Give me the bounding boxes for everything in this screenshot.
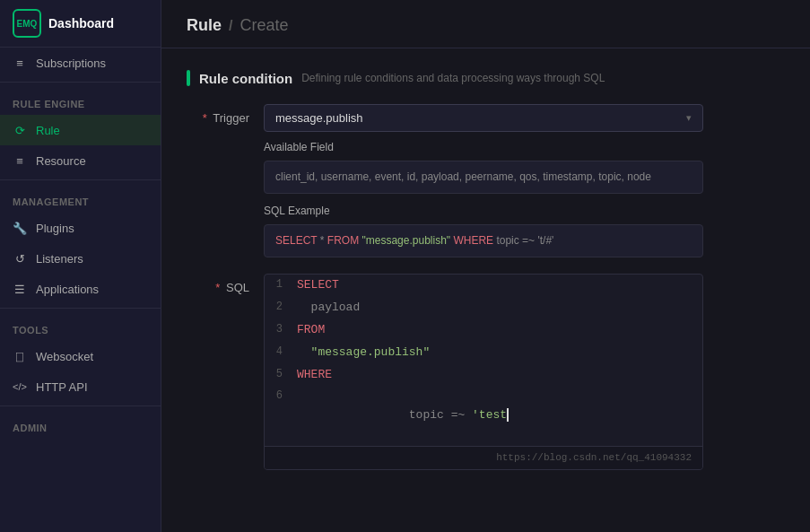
code-line-1: 1 SELECT (265, 275, 702, 297)
page-body: Rule condition Defining rule conditions … (161, 48, 810, 532)
sql-where-kw: WHERE (453, 234, 493, 247)
sql-required-star: * (215, 281, 220, 294)
resource-icon: ≡ (13, 153, 27, 168)
sidebar-section-tools: TOOLS (0, 312, 161, 341)
breadcrumb-main: Rule (187, 16, 222, 35)
sidebar-item-label: Listeners (36, 252, 83, 266)
main-content: Rule / Create Rule condition Defining ru… (161, 0, 810, 532)
breadcrumb: Rule / Create (187, 16, 785, 35)
sidebar-section-admin: ADMIN (0, 410, 161, 439)
chevron-down-icon: ▾ (686, 112, 692, 124)
websocket-icon: ⎕ (13, 349, 27, 363)
section-header: Rule condition Defining rule conditions … (187, 70, 785, 86)
sql-where-val: topic =~ 't/#' (496, 234, 553, 247)
sidebar-title: Dashboard (48, 16, 114, 31)
code-line-5: 5 WHERE (265, 364, 702, 387)
sql-star: * (320, 234, 327, 247)
sidebar-section-management: MANAGEMENT (0, 184, 161, 213)
breadcrumb-separator: / (229, 18, 232, 34)
sql-example-box: SELECT * FROM "message.publish" WHERE to… (264, 224, 703, 257)
sql-content: 1 SELECT 2 payload 3 FROM 4 "message.pub… (264, 274, 703, 470)
sidebar-item-label: Websocket (36, 350, 93, 363)
rule-icon: ⟳ (13, 123, 27, 137)
sidebar-item-label: Subscriptions (36, 57, 106, 70)
section-desc: Defining rule conditions and data proces… (301, 72, 605, 84)
trigger-row: * Trigger message.publish ▾ Available Fi… (187, 104, 785, 257)
sidebar-item-label: Applications (36, 283, 99, 296)
sidebar-logo: EMQ Dashboard (0, 0, 161, 48)
http-api-icon: </> (13, 379, 27, 394)
available-field-section: Available Field client_id, username, eve… (264, 141, 703, 194)
sql-example-label: SQL Example (264, 205, 703, 217)
status-bar-text: https://blog.csdn.net/qq_41094332 (496, 452, 692, 463)
available-field-label: Available Field (264, 141, 703, 153)
sql-from-kw: FROM (327, 234, 359, 247)
sidebar-item-label: Rule (36, 124, 60, 137)
sql-from-val: "message.publish" (362, 234, 454, 247)
section-title: Rule condition (199, 71, 292, 86)
sidebar-section-rule-engine: Rule Engine (0, 86, 161, 115)
sidebar-item-rule[interactable]: ⟳ Rule (0, 115, 161, 145)
sidebar-item-resource[interactable]: ≡ Resource (0, 145, 161, 176)
breadcrumb-sub: Create (240, 16, 288, 35)
sidebar-item-listeners[interactable]: ↺ Listeners (0, 243, 161, 274)
trigger-label: * Trigger (187, 104, 249, 125)
sql-example-section: SQL Example SELECT * FROM "message.publi… (264, 205, 703, 257)
code-line-3: 3 FROM (265, 319, 702, 342)
plugins-icon: 🔧 (13, 221, 27, 235)
code-editor[interactable]: 1 SELECT 2 payload 3 FROM 4 "message.pub… (264, 274, 703, 470)
sidebar-item-http-api[interactable]: </> HTTP API (0, 371, 161, 402)
sidebar-divider-4 (0, 406, 161, 406)
trigger-content: message.publish ▾ Available Field client… (264, 104, 703, 257)
section-bar (187, 70, 190, 86)
code-line-6: 6 topic =~ 'test (265, 386, 702, 445)
sql-row: * SQL 1 SELECT 2 payload 3 FROM (187, 274, 785, 470)
trigger-value: message.publish (275, 111, 363, 125)
available-fields-box: client_id, username, event, id, payload,… (264, 161, 703, 194)
sidebar-item-subscriptions[interactable]: ≡ Subscriptions (0, 48, 161, 78)
sidebar-item-label: Resource (36, 154, 86, 168)
sidebar: EMQ Dashboard ≡ Subscriptions Rule Engin… (0, 0, 161, 532)
required-star: * (203, 111, 207, 125)
sidebar-divider (0, 82, 161, 83)
code-line-4: 4 "message.publish" (265, 342, 702, 364)
sidebar-divider-2 (0, 179, 161, 180)
code-line-2: 2 payload (265, 297, 702, 319)
sidebar-divider-3 (0, 308, 161, 309)
sidebar-item-plugins[interactable]: 🔧 Plugins (0, 213, 161, 243)
subscriptions-icon: ≡ (13, 56, 27, 70)
applications-icon: ☰ (13, 282, 27, 296)
sql-select-kw: SELECT (275, 234, 317, 247)
logo-icon: EMQ (13, 9, 41, 38)
status-bar: https://blog.csdn.net/qq_41094332 (265, 446, 702, 470)
trigger-dropdown[interactable]: message.publish ▾ (264, 104, 703, 132)
sql-label: * SQL (187, 274, 249, 294)
sidebar-item-label: HTTP API (36, 380, 88, 394)
listeners-icon: ↺ (13, 251, 27, 266)
sidebar-item-applications[interactable]: ☰ Applications (0, 274, 161, 304)
sidebar-item-websocket[interactable]: ⎕ Websocket (0, 341, 161, 371)
sidebar-item-label: Plugins (36, 222, 74, 235)
page-header: Rule / Create (161, 0, 810, 48)
